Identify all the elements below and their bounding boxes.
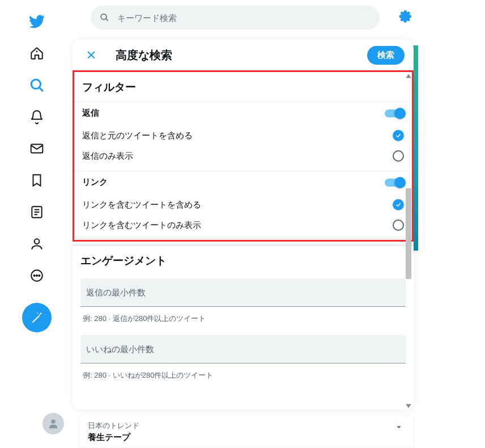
replies-only-radio[interactable] <box>393 150 404 162</box>
links-include-row[interactable]: リンクを含むツイートを含める <box>74 193 412 216</box>
filter-links-row: リンク <box>74 171 412 193</box>
replies-include-label: 返信と元のツイートを含める <box>82 130 193 141</box>
more-icon[interactable] <box>23 262 50 289</box>
svg-marker-18 <box>406 404 411 408</box>
links-only-radio[interactable] <box>393 219 404 231</box>
min-likes-hint: 例: 280 · いいねが280件以上のツイート <box>73 364 414 388</box>
engagement-heading: エンゲージメント <box>73 246 414 275</box>
replies-include-row[interactable]: 返信と元のツイートを含める <box>74 124 412 147</box>
modal-title: 高度な検索 <box>116 48 172 63</box>
min-replies-input[interactable] <box>80 278 406 307</box>
replies-only-label: 返信のみ表示 <box>82 151 133 162</box>
search-icon <box>100 12 109 23</box>
min-likes-field-wrap <box>73 332 414 364</box>
advanced-search-modal: 高度な検索 検索 フィルター 返信 返信と元のツイートを含める 返信のみ表示 リ… <box>73 40 414 409</box>
close-button[interactable] <box>82 45 101 65</box>
min-replies-hint: 例: 280 · 返信が280件以上のツイート <box>73 307 414 332</box>
svg-point-0 <box>36 50 38 52</box>
filter-highlight-region: フィルター 返信 返信と元のツイートを含める 返信のみ表示 リンク リンクを含 <box>73 70 414 242</box>
twitter-logo-icon[interactable] <box>23 8 50 35</box>
svg-point-1 <box>31 79 40 88</box>
links-only-row[interactable]: リンクを含むツイートのみ表示 <box>74 216 412 240</box>
svg-line-2 <box>40 88 43 91</box>
check-icon <box>395 201 402 208</box>
modal-scrollbar[interactable] <box>405 70 412 409</box>
links-toggle[interactable] <box>385 179 404 187</box>
filter-replies-label: 返信 <box>82 108 99 119</box>
trend-name: 養生テープ <box>88 432 405 443</box>
close-icon <box>86 49 97 61</box>
scroll-down-arrow-icon[interactable] <box>405 401 412 408</box>
trend-more-icon[interactable] <box>394 422 404 434</box>
search-nav-icon[interactable] <box>23 71 50 99</box>
scroll-up-arrow-icon[interactable] <box>405 71 412 78</box>
modal-body[interactable]: フィルター 返信 返信と元のツイートを含める 返信のみ表示 リンク リンクを含 <box>73 70 414 409</box>
nav-rail <box>0 0 74 448</box>
scrollbar-thumb[interactable] <box>406 188 411 279</box>
links-include-radio[interactable] <box>393 199 404 210</box>
profile-icon[interactable] <box>23 230 50 257</box>
trend-card[interactable]: 日本のトレンド 養生テープ <box>78 413 415 448</box>
home-icon[interactable] <box>23 40 50 67</box>
search-input[interactable] <box>117 13 371 23</box>
search-button[interactable]: 検索 <box>367 46 405 65</box>
svg-point-12 <box>39 275 40 276</box>
bookmarks-icon[interactable] <box>23 167 50 194</box>
filter-heading: フィルター <box>74 72 412 102</box>
modal-header: 高度な検索 検索 <box>73 40 414 70</box>
filter-links-label: リンク <box>82 177 108 188</box>
replies-only-row[interactable]: 返信のみ表示 <box>74 147 412 171</box>
svg-point-11 <box>36 275 37 276</box>
trend-location: 日本のトレンド <box>88 421 405 431</box>
filter-replies-row: 返信 <box>74 102 412 124</box>
top-search-bar[interactable] <box>91 6 380 29</box>
links-only-label: リンクを含むツイートのみ表示 <box>82 220 201 231</box>
compose-tweet-button[interactable] <box>22 303 52 332</box>
replies-toggle[interactable] <box>385 109 404 117</box>
lists-icon[interactable] <box>23 198 50 226</box>
svg-point-10 <box>34 275 35 276</box>
account-avatar[interactable] <box>42 413 64 434</box>
svg-marker-17 <box>406 74 411 78</box>
min-replies-field-wrap <box>73 275 414 307</box>
check-icon <box>395 132 402 139</box>
min-likes-input[interactable] <box>80 335 406 364</box>
svg-point-13 <box>51 420 55 424</box>
links-include-label: リンクを含むツイートを含める <box>82 200 201 210</box>
notifications-icon[interactable] <box>23 103 50 130</box>
svg-point-8 <box>35 239 40 244</box>
settings-icon[interactable] <box>399 10 411 23</box>
replies-include-radio[interactable] <box>393 130 404 141</box>
messages-icon[interactable] <box>23 135 50 162</box>
